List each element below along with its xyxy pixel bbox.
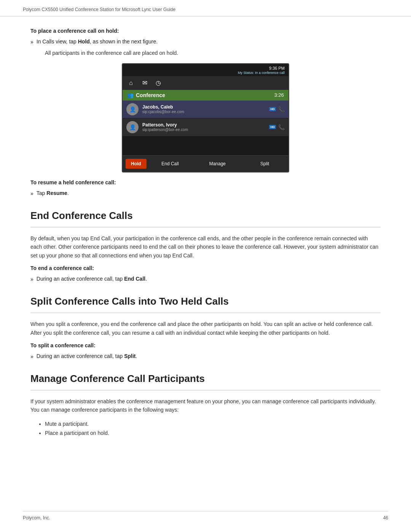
split-conference-separator <box>30 313 381 313</box>
split-call-heading: To split a conference call: <box>30 342 381 348</box>
contact-info-patterson: Patterson, Ivory sip:ipatterson@bor-ee.c… <box>142 122 265 132</box>
end-conference-body: By default, when you tap End Call, your … <box>30 234 381 260</box>
footer-company: Polycom, Inc. <box>23 515 50 521</box>
list-item: Place a participant on hold. <box>45 429 381 438</box>
contact-row-jacobs: 👤 Jacobs, Caleb sip:cjacobs@bor-ee.com H… <box>123 101 288 118</box>
bullet-arrow-icon: » <box>30 38 33 46</box>
phone-buttons-bar: Hold End Call Manage Split <box>123 155 288 172</box>
home-icon: ⌂ <box>126 78 136 88</box>
manage-participants-body: If your system administrator enables the… <box>30 397 381 414</box>
manage-participants-heading: Manage Conference Call Participants <box>30 373 381 385</box>
manage-participants-section: Manage Conference Call Participants If y… <box>30 373 381 438</box>
phone-time: 9:36 PM My Status: In a conference call <box>238 66 285 75</box>
end-conference-heading: End Conference Calls <box>30 210 381 222</box>
contact-info-jacobs: Jacobs, Caleb sip:cjacobs@bor-ee.com <box>142 104 265 114</box>
contact-name-patterson: Patterson, Ivory <box>142 122 265 128</box>
hd-badge-patterson: HD <box>269 125 276 129</box>
split-conference-section: Split Conference Calls into Two Held Cal… <box>30 296 381 361</box>
clock-icon: ◷ <box>153 78 164 88</box>
split-call-bullet-text: During an active conference call, tap Sp… <box>37 352 137 360</box>
contact-icons-jacobs: HD 📞 <box>269 106 285 112</box>
footer-page-number: 46 <box>383 515 388 521</box>
split-conference-heading: Split Conference Calls into Two Held Cal… <box>30 296 381 307</box>
main-content: To place a conference call on hold: » In… <box>0 16 411 466</box>
place-on-hold-section: To place a conference call on hold: » In… <box>30 28 381 198</box>
contact-avatar-jacobs: 👤 <box>126 103 139 115</box>
contact-name-jacobs: Jacobs, Caleb <box>142 104 265 110</box>
page-footer: Polycom, Inc. 46 <box>23 511 388 521</box>
end-call-bullet-text: During an active conference call, tap En… <box>37 275 147 283</box>
conference-bar: 👥 Conference 3:26 <box>123 90 288 101</box>
end-call-heading: To end a conference call: <box>30 265 381 271</box>
phone-status-bar: 9:36 PM My Status: In a conference call <box>123 64 288 76</box>
page-header: Polycom CX5500 Unified Conference Statio… <box>0 0 411 16</box>
hold-bullet-text: In Calls view, tap Hold, as shown in the… <box>37 38 158 46</box>
phone-mockup: 9:36 PM My Status: In a conference call … <box>122 63 289 173</box>
split-conference-body: When you split a conference, you end the… <box>30 320 381 337</box>
contact-icons-patterson: HD 📞 <box>269 124 285 130</box>
resume-bullet-text: Tap Resume. <box>37 189 69 197</box>
phone-empty-area <box>123 136 288 155</box>
split-button[interactable]: Split <box>241 159 288 169</box>
hold-button[interactable]: Hold <box>126 159 147 169</box>
end-conference-section: End Conference Calls By default, when yo… <box>30 210 381 283</box>
contact-sip-jacobs: sip:cjacobs@bor-ee.com <box>142 110 265 114</box>
manage-participants-separator <box>30 390 381 390</box>
list-item: Mute a participant. <box>45 420 381 429</box>
manage-participants-list: Mute a participant. Place a participant … <box>45 420 381 438</box>
header-title: Polycom CX5500 Unified Conference Statio… <box>23 7 175 12</box>
call-icon-patterson: 📞 <box>278 124 285 130</box>
hold-indent-text: All participants in the conference call … <box>45 49 381 57</box>
manage-button[interactable]: Manage <box>194 159 241 169</box>
end-call-bullet-item: » During an active conference call, tap … <box>30 275 381 283</box>
resume-arrow-icon: » <box>30 190 33 198</box>
split-call-arrow-icon: » <box>30 353 33 361</box>
conference-label: 👥 Conference <box>127 92 165 98</box>
conference-timer: 3:26 <box>274 92 284 98</box>
phone-nav-bar: ⌂ ✉ ◷ <box>123 76 288 90</box>
contact-avatar-patterson: 👤 <box>126 121 139 133</box>
end-call-button[interactable]: End Call <box>147 159 194 169</box>
end-conference-separator <box>30 227 381 227</box>
conference-icon: 👥 <box>127 92 134 98</box>
resume-bullet-item: » Tap Resume. <box>30 189 381 198</box>
contact-sip-patterson: sip:ipatterson@bor-ee.com <box>142 128 265 132</box>
resume-heading: To resume a held conference call: <box>30 179 381 185</box>
contact-row-patterson: 👤 Patterson, Ivory sip:ipatterson@bor-ee… <box>123 118 288 136</box>
hd-badge-jacobs: HD <box>269 107 276 111</box>
mail-icon: ✉ <box>139 78 150 88</box>
hold-bullet-item: » In Calls view, tap Hold, as shown in t… <box>30 38 381 46</box>
place-on-hold-heading: To place a conference call on hold: <box>30 28 381 34</box>
end-call-arrow-icon: » <box>30 275 33 283</box>
call-icon-jacobs: 📞 <box>278 106 285 112</box>
split-call-bullet-item: » During an active conference call, tap … <box>30 352 381 361</box>
